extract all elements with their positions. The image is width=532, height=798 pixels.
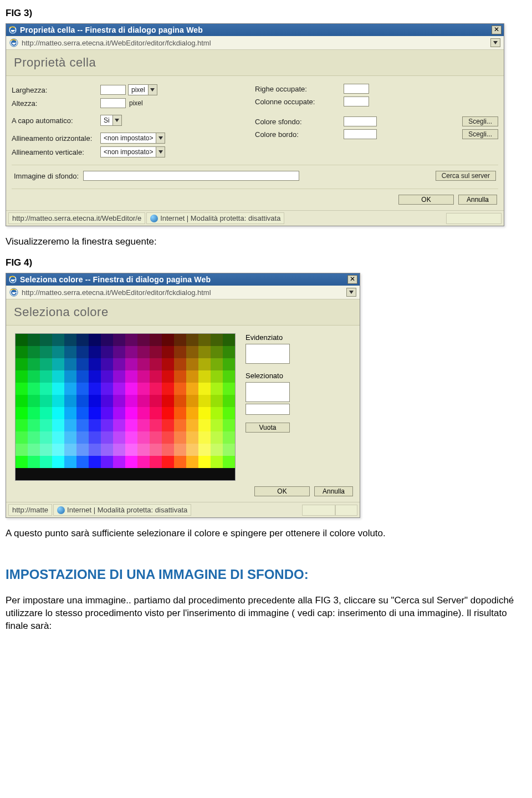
color-swatch[interactable] (137, 346, 150, 358)
color-swatch[interactable] (186, 395, 198, 407)
color-swatch[interactable] (16, 431, 28, 444)
color-swatch[interactable] (64, 468, 76, 480)
select-wrap[interactable]: Si (100, 115, 122, 126)
color-swatch[interactable] (150, 395, 162, 407)
color-swatch[interactable] (125, 370, 137, 383)
color-swatch[interactable] (186, 456, 198, 468)
color-swatch[interactable] (150, 358, 162, 370)
color-swatch[interactable] (137, 383, 150, 395)
color-swatch[interactable] (223, 383, 235, 395)
color-swatch[interactable] (223, 358, 235, 370)
color-swatch[interactable] (113, 346, 125, 358)
color-swatch[interactable] (125, 407, 137, 419)
choose-bordercolor-button[interactable]: Scegli... (462, 129, 498, 139)
color-swatch[interactable] (89, 334, 101, 346)
color-swatch[interactable] (28, 370, 40, 383)
color-swatch[interactable] (223, 370, 235, 383)
color-swatch[interactable] (137, 468, 150, 480)
color-swatch[interactable] (113, 444, 125, 456)
color-swatch[interactable] (76, 383, 89, 395)
color-swatch[interactable] (125, 334, 137, 346)
color-swatch[interactable] (76, 358, 89, 370)
color-swatch[interactable] (150, 419, 162, 431)
color-swatch[interactable] (89, 468, 101, 480)
color-swatch[interactable] (113, 456, 125, 468)
color-swatch[interactable] (223, 419, 235, 431)
color-swatch[interactable] (28, 456, 40, 468)
color-swatch[interactable] (198, 383, 211, 395)
color-swatch[interactable] (186, 346, 198, 358)
color-swatch[interactable] (16, 419, 28, 431)
color-swatch[interactable] (137, 395, 150, 407)
color-swatch[interactable] (52, 407, 64, 419)
color-swatch[interactable] (186, 431, 198, 444)
color-swatch[interactable] (198, 407, 211, 419)
color-swatch[interactable] (125, 456, 137, 468)
color-swatch[interactable] (125, 395, 137, 407)
color-swatch[interactable] (113, 358, 125, 370)
input-height[interactable] (100, 98, 126, 108)
color-swatch[interactable] (125, 419, 137, 431)
color-swatch[interactable] (211, 431, 223, 444)
color-swatch[interactable] (40, 431, 52, 444)
color-swatch[interactable] (28, 358, 40, 370)
color-swatch[interactable] (223, 346, 235, 358)
ok-button[interactable]: OK (254, 486, 310, 496)
color-swatch[interactable] (89, 456, 101, 468)
color-swatch[interactable] (64, 395, 76, 407)
color-swatch[interactable] (101, 468, 113, 480)
color-swatch[interactable] (113, 431, 125, 444)
color-swatch[interactable] (137, 456, 150, 468)
color-swatch[interactable] (162, 419, 174, 431)
color-swatch[interactable] (89, 346, 101, 358)
color-swatch[interactable] (113, 468, 125, 480)
color-palette[interactable] (15, 333, 236, 481)
ok-button[interactable]: OK (398, 195, 454, 205)
color-swatch[interactable] (186, 444, 198, 456)
color-swatch[interactable] (186, 383, 198, 395)
color-swatch[interactable] (174, 358, 186, 370)
color-swatch[interactable] (211, 346, 223, 358)
color-swatch[interactable] (16, 456, 28, 468)
color-swatch[interactable] (137, 334, 150, 346)
color-swatch[interactable] (174, 370, 186, 383)
color-swatch[interactable] (40, 358, 52, 370)
color-swatch[interactable] (89, 395, 101, 407)
color-swatch[interactable] (52, 419, 64, 431)
color-swatch[interactable] (223, 468, 235, 480)
color-swatch[interactable] (162, 395, 174, 407)
color-swatch[interactable] (16, 383, 28, 395)
color-swatch[interactable] (198, 370, 211, 383)
color-swatch[interactable] (76, 444, 89, 456)
color-swatch[interactable] (198, 431, 211, 444)
color-swatch[interactable] (211, 419, 223, 431)
color-swatch[interactable] (150, 383, 162, 395)
color-swatch[interactable] (211, 334, 223, 346)
color-swatch[interactable] (101, 358, 113, 370)
input-rowspan[interactable] (344, 84, 369, 94)
color-swatch[interactable] (64, 358, 76, 370)
color-swatch[interactable] (162, 407, 174, 419)
color-swatch[interactable] (52, 346, 64, 358)
color-swatch[interactable] (89, 431, 101, 444)
color-swatch[interactable] (174, 346, 186, 358)
color-swatch[interactable] (89, 383, 101, 395)
color-swatch[interactable] (211, 444, 223, 456)
color-swatch[interactable] (89, 419, 101, 431)
url-dropdown[interactable] (490, 38, 500, 47)
color-swatch[interactable] (223, 334, 235, 346)
color-swatch[interactable] (174, 468, 186, 480)
input-bgimage[interactable] (83, 171, 299, 181)
color-swatch[interactable] (52, 444, 64, 456)
color-swatch[interactable] (89, 407, 101, 419)
color-swatch[interactable] (40, 383, 52, 395)
color-swatch[interactable] (76, 395, 89, 407)
color-swatch[interactable] (150, 431, 162, 444)
color-swatch[interactable] (76, 456, 89, 468)
color-swatch[interactable] (40, 456, 52, 468)
color-swatch[interactable] (198, 346, 211, 358)
color-swatch[interactable] (76, 370, 89, 383)
color-swatch[interactable] (76, 431, 89, 444)
color-swatch[interactable] (101, 383, 113, 395)
color-swatch[interactable] (150, 346, 162, 358)
